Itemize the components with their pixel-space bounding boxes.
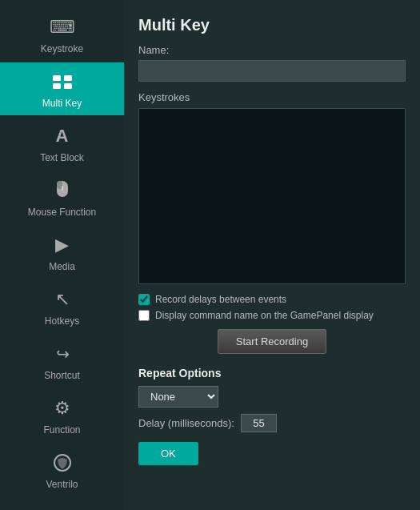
sidebar-item-keystroke[interactable]: ⌨ Keystroke xyxy=(0,8,124,61)
textblock-icon: A xyxy=(50,123,75,149)
hotkeys-icon: ↖ xyxy=(50,287,75,312)
sidebar: ⌨ Keystroke Multi Key A Text Block Mouse… xyxy=(0,0,124,510)
sidebar-item-label: Media xyxy=(49,261,75,272)
keystrokes-area[interactable] xyxy=(138,108,406,284)
delay-label: Delay (milliseconds): xyxy=(138,417,234,429)
display-command-row: Display command name on the GamePanel di… xyxy=(138,310,406,321)
delay-row: Delay (milliseconds): xyxy=(138,414,406,432)
sidebar-item-label: Hotkeys xyxy=(45,315,79,327)
media-icon: ▶ xyxy=(50,232,75,258)
sidebar-item-multikey[interactable]: Multi Key xyxy=(0,62,124,115)
sidebar-item-label: Keystroke xyxy=(41,43,83,54)
start-recording-button[interactable]: Start Recording xyxy=(218,329,326,354)
sidebar-item-media[interactable]: ▶ Media xyxy=(0,226,124,279)
name-input[interactable] xyxy=(138,60,406,82)
sidebar-item-textblock[interactable]: A Text Block xyxy=(0,117,124,170)
sidebar-item-label: Mouse Function xyxy=(28,207,96,218)
keystrokes-label: Keystrokes xyxy=(138,91,406,103)
sidebar-item-label: Ventrilo xyxy=(46,479,78,490)
svg-rect-0 xyxy=(53,75,61,81)
svg-rect-2 xyxy=(53,83,61,89)
shortcut-icon: ↩ xyxy=(50,341,75,367)
multikey-icon xyxy=(50,69,75,94)
sidebar-item-label: Multi Key xyxy=(42,98,82,109)
mouse-icon xyxy=(50,178,75,203)
name-label: Name: xyxy=(138,44,406,56)
sidebar-item-hotkeys[interactable]: ↖ Hotkeys xyxy=(0,280,124,333)
svg-rect-1 xyxy=(64,75,72,81)
display-command-label: Display command name on the GamePanel di… xyxy=(155,310,374,321)
display-command-checkbox[interactable] xyxy=(138,310,150,321)
keystroke-icon: ⌨ xyxy=(50,14,75,40)
sidebar-item-label: Text Block xyxy=(40,152,84,163)
record-delays-row: Record delays between events xyxy=(138,294,406,305)
record-delays-checkbox[interactable] xyxy=(138,294,150,305)
svg-rect-3 xyxy=(64,83,72,89)
sidebar-item-function[interactable]: ⚙ Function xyxy=(0,389,124,442)
record-delays-label: Record delays between events xyxy=(155,294,286,305)
sidebar-item-label: Function xyxy=(43,424,80,436)
page-title: Multi Key xyxy=(138,16,406,34)
sidebar-item-label: Shortcut xyxy=(44,370,80,381)
sidebar-item-mousefunction[interactable]: Mouse Function xyxy=(0,171,124,224)
keystrokes-section: Keystrokes xyxy=(138,91,406,284)
ok-button[interactable]: OK xyxy=(138,442,198,465)
main-content: Multi Key Name: Keystrokes Record delays… xyxy=(124,0,420,510)
delay-input[interactable] xyxy=(241,414,277,432)
repeat-select[interactable]: None xyxy=(138,386,218,408)
svg-rect-5 xyxy=(57,181,62,189)
sidebar-item-ventrilo[interactable]: Ventrilo xyxy=(0,444,124,496)
function-icon: ⚙ xyxy=(50,396,75,421)
sidebar-item-shortcut[interactable]: ↩ Shortcut xyxy=(0,335,124,388)
svg-rect-6 xyxy=(62,186,63,191)
ventrilo-icon xyxy=(50,450,75,476)
repeat-options-title: Repeat Options xyxy=(138,367,406,379)
